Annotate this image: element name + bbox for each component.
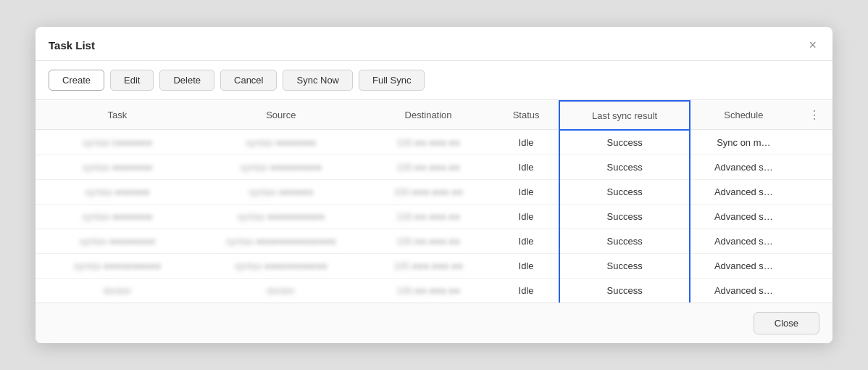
more-options-icon[interactable]: ⋮ — [809, 109, 820, 121]
cell-task: syntax-●●●●●●●● — [36, 229, 199, 253]
cell-last_sync: Success — [559, 253, 690, 278]
cell-source: syntax-●●●●●●●●●●●●●● — [199, 229, 363, 253]
cell-destination: 100.●●.●●●.●● — [363, 204, 494, 229]
toolbar: CreateEditDeleteCancelSync NowFull Sync — [36, 61, 832, 100]
cell-source: syntax-●●●●●●● — [199, 130, 363, 155]
close-icon[interactable]: × — [806, 37, 819, 53]
cell-last_sync: Success — [559, 179, 690, 204]
task-table: Task Source Destination Status Last sync… — [36, 100, 832, 303]
cell-schedule: Advanced s… — [690, 229, 796, 253]
col-header-more: ⋮ — [796, 101, 832, 130]
dialog-header: Task List × — [36, 27, 832, 61]
cell-more — [796, 179, 832, 204]
table-row: syntax-●●●●●●●●syntax-●●●●●●●●●●●●●●100.… — [36, 229, 832, 253]
cell-task: syntax-●●●●●● — [36, 179, 199, 204]
cell-destination: 100.●●.●●●.●● — [363, 229, 494, 253]
table-row: syntax-●●●●●●●●●●syntax-●●●●●●●●●●●100.●… — [36, 253, 832, 278]
table-body: syntax-b●●●●●●syntax-●●●●●●●100.●●.●●●.●… — [36, 130, 832, 303]
table-header-row: Task Source Destination Status Last sync… — [36, 101, 832, 130]
task-list-dialog: Task List × CreateEditDeleteCancelSync N… — [36, 27, 832, 343]
table-row: dockerdocker100.●●.●●●.●●IdleSuccessAdva… — [36, 278, 832, 303]
col-header-last-sync: Last sync result — [559, 101, 690, 130]
dialog-title: Task List — [49, 39, 95, 52]
cell-last_sync: Success — [559, 130, 690, 155]
cell-more — [796, 204, 832, 229]
toolbar-btn-create[interactable]: Create — [49, 70, 104, 91]
toolbar-btn-cancel[interactable]: Cancel — [220, 70, 277, 91]
cell-source: docker — [199, 278, 363, 303]
cell-last_sync: Success — [559, 155, 690, 179]
cell-destination: 100.●●●.●●●.●● — [363, 179, 494, 204]
cell-source: syntax-●●●●●●●●●● — [199, 204, 363, 229]
table-row: syntax-●●●●●●syntax-●●●●●●100.●●●.●●●.●●… — [36, 179, 832, 204]
cell-task: syntax-b●●●●●● — [36, 130, 199, 155]
cell-source: syntax-●●●●●●●●●●● — [199, 253, 363, 278]
col-header-destination: Destination — [363, 101, 494, 130]
cell-last_sync: Success — [559, 229, 690, 253]
cell-status: Idle — [493, 278, 559, 303]
cell-status: Idle — [493, 253, 559, 278]
cell-destination: 100.●●.●●●.●● — [363, 278, 494, 303]
cell-schedule: Advanced s… — [690, 204, 796, 229]
col-header-source: Source — [199, 101, 363, 130]
toolbar-btn-delete[interactable]: Delete — [159, 70, 214, 91]
dialog-footer: Close — [36, 303, 832, 343]
cell-schedule: Advanced s… — [690, 278, 796, 303]
col-header-status: Status — [493, 101, 559, 130]
cell-status: Idle — [493, 229, 559, 253]
cell-task: syntax-●●●●●●●●●● — [36, 253, 199, 278]
cell-schedule: Advanced s… — [690, 179, 796, 204]
cell-more — [796, 229, 832, 253]
cell-task: syntax-●●●●●●● — [36, 155, 199, 179]
cell-more — [796, 155, 832, 179]
cell-destination: 100.●●.●●●.●● — [363, 130, 494, 155]
cell-schedule: Advanced s… — [690, 253, 796, 278]
col-header-schedule: Schedule — [690, 101, 796, 130]
cell-status: Idle — [493, 204, 559, 229]
toolbar-btn-full-sync[interactable]: Full Sync — [359, 70, 425, 91]
cell-source: syntax-●●●●●●●●● — [199, 155, 363, 179]
cell-status: Idle — [493, 179, 559, 204]
cell-status: Idle — [493, 130, 559, 155]
cell-source: syntax-●●●●●● — [199, 179, 363, 204]
cell-last_sync: Success — [559, 278, 690, 303]
cell-last_sync: Success — [559, 204, 690, 229]
cell-status: Idle — [493, 155, 559, 179]
cell-more — [796, 253, 832, 278]
cell-schedule: Sync on m… — [690, 130, 796, 155]
cell-destination: 100.●●.●●●.●● — [363, 155, 494, 179]
table-row: syntax-b●●●●●●syntax-●●●●●●●100.●●.●●●.●… — [36, 130, 832, 155]
cell-more — [796, 278, 832, 303]
cell-destination: 100.●●●.●●●.●● — [363, 253, 494, 278]
toolbar-btn-sync-now[interactable]: Sync Now — [283, 70, 353, 91]
table-row: syntax-●●●●●●●syntax-●●●●●●●●●100.●●.●●●… — [36, 155, 832, 179]
cell-task: syntax-●●●●●●● — [36, 204, 199, 229]
table-row: syntax-●●●●●●●syntax-●●●●●●●●●●100.●●.●●… — [36, 204, 832, 229]
cell-task: docker — [36, 278, 199, 303]
col-header-task: Task — [36, 101, 199, 130]
cell-schedule: Advanced s… — [690, 155, 796, 179]
toolbar-btn-edit[interactable]: Edit — [110, 70, 154, 91]
table-wrapper: Task Source Destination Status Last sync… — [36, 100, 832, 303]
close-button[interactable]: Close — [754, 312, 819, 334]
cell-more — [796, 130, 832, 155]
